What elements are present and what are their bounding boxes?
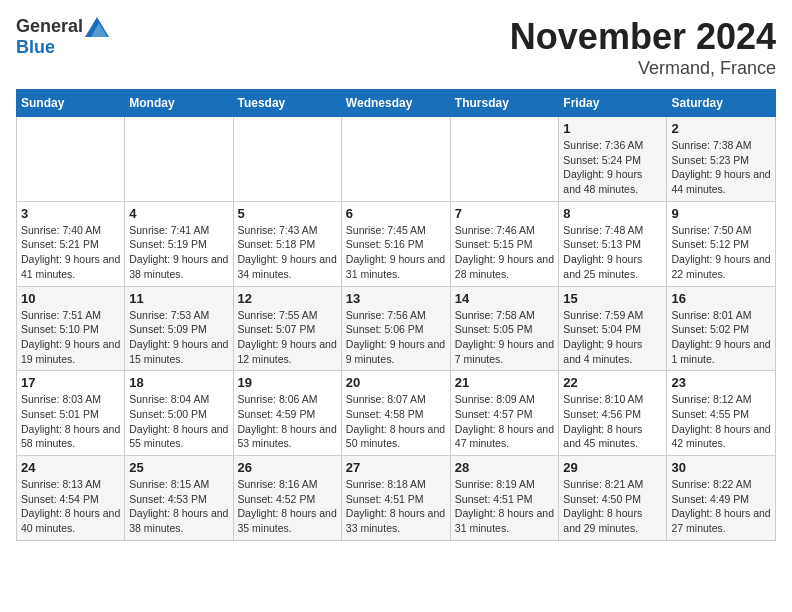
day-cell: 30Sunrise: 8:22 AM Sunset: 4:49 PM Dayli…: [667, 456, 776, 541]
day-cell: 24Sunrise: 8:13 AM Sunset: 4:54 PM Dayli…: [17, 456, 125, 541]
day-cell: 5Sunrise: 7:43 AM Sunset: 5:18 PM Daylig…: [233, 201, 341, 286]
title-block: November 2024 Vermand, France: [510, 16, 776, 79]
day-info: Sunrise: 7:51 AM Sunset: 5:10 PM Dayligh…: [21, 308, 120, 367]
day-info: Sunrise: 7:38 AM Sunset: 5:23 PM Dayligh…: [671, 138, 771, 197]
day-cell: 18Sunrise: 8:04 AM Sunset: 5:00 PM Dayli…: [125, 371, 233, 456]
day-number: 21: [455, 375, 555, 390]
day-cell: [17, 117, 125, 202]
day-number: 24: [21, 460, 120, 475]
location-title: Vermand, France: [510, 58, 776, 79]
day-info: Sunrise: 8:15 AM Sunset: 4:53 PM Dayligh…: [129, 477, 228, 536]
day-number: 6: [346, 206, 446, 221]
weekday-header-tuesday: Tuesday: [233, 90, 341, 117]
day-number: 7: [455, 206, 555, 221]
day-cell: 27Sunrise: 8:18 AM Sunset: 4:51 PM Dayli…: [341, 456, 450, 541]
day-info: Sunrise: 8:21 AM Sunset: 4:50 PM Dayligh…: [563, 477, 662, 536]
day-cell: 13Sunrise: 7:56 AM Sunset: 5:06 PM Dayli…: [341, 286, 450, 371]
day-number: 11: [129, 291, 228, 306]
weekday-header-sunday: Sunday: [17, 90, 125, 117]
day-info: Sunrise: 7:45 AM Sunset: 5:16 PM Dayligh…: [346, 223, 446, 282]
day-info: Sunrise: 8:13 AM Sunset: 4:54 PM Dayligh…: [21, 477, 120, 536]
week-row-3: 10Sunrise: 7:51 AM Sunset: 5:10 PM Dayli…: [17, 286, 776, 371]
day-info: Sunrise: 7:43 AM Sunset: 5:18 PM Dayligh…: [238, 223, 337, 282]
day-number: 10: [21, 291, 120, 306]
day-number: 13: [346, 291, 446, 306]
day-cell: [125, 117, 233, 202]
day-number: 9: [671, 206, 771, 221]
day-cell: 8Sunrise: 7:48 AM Sunset: 5:13 PM Daylig…: [559, 201, 667, 286]
day-cell: 11Sunrise: 7:53 AM Sunset: 5:09 PM Dayli…: [125, 286, 233, 371]
day-cell: 19Sunrise: 8:06 AM Sunset: 4:59 PM Dayli…: [233, 371, 341, 456]
day-number: 18: [129, 375, 228, 390]
day-info: Sunrise: 8:01 AM Sunset: 5:02 PM Dayligh…: [671, 308, 771, 367]
day-info: Sunrise: 7:59 AM Sunset: 5:04 PM Dayligh…: [563, 308, 662, 367]
day-cell: 21Sunrise: 8:09 AM Sunset: 4:57 PM Dayli…: [450, 371, 559, 456]
day-info: Sunrise: 8:04 AM Sunset: 5:00 PM Dayligh…: [129, 392, 228, 451]
day-number: 3: [21, 206, 120, 221]
day-cell: 2Sunrise: 7:38 AM Sunset: 5:23 PM Daylig…: [667, 117, 776, 202]
day-info: Sunrise: 8:12 AM Sunset: 4:55 PM Dayligh…: [671, 392, 771, 451]
day-number: 14: [455, 291, 555, 306]
month-title: November 2024: [510, 16, 776, 58]
day-number: 16: [671, 291, 771, 306]
day-info: Sunrise: 7:58 AM Sunset: 5:05 PM Dayligh…: [455, 308, 555, 367]
day-info: Sunrise: 7:36 AM Sunset: 5:24 PM Dayligh…: [563, 138, 662, 197]
day-cell: 26Sunrise: 8:16 AM Sunset: 4:52 PM Dayli…: [233, 456, 341, 541]
day-cell: 17Sunrise: 8:03 AM Sunset: 5:01 PM Dayli…: [17, 371, 125, 456]
day-cell: 29Sunrise: 8:21 AM Sunset: 4:50 PM Dayli…: [559, 456, 667, 541]
day-cell: [233, 117, 341, 202]
day-cell: 14Sunrise: 7:58 AM Sunset: 5:05 PM Dayli…: [450, 286, 559, 371]
day-cell: 6Sunrise: 7:45 AM Sunset: 5:16 PM Daylig…: [341, 201, 450, 286]
week-row-5: 24Sunrise: 8:13 AM Sunset: 4:54 PM Dayli…: [17, 456, 776, 541]
day-number: 17: [21, 375, 120, 390]
day-cell: 9Sunrise: 7:50 AM Sunset: 5:12 PM Daylig…: [667, 201, 776, 286]
day-number: 20: [346, 375, 446, 390]
day-info: Sunrise: 7:53 AM Sunset: 5:09 PM Dayligh…: [129, 308, 228, 367]
day-number: 30: [671, 460, 771, 475]
day-info: Sunrise: 7:56 AM Sunset: 5:06 PM Dayligh…: [346, 308, 446, 367]
day-number: 4: [129, 206, 228, 221]
weekday-header-wednesday: Wednesday: [341, 90, 450, 117]
day-number: 12: [238, 291, 337, 306]
week-row-4: 17Sunrise: 8:03 AM Sunset: 5:01 PM Dayli…: [17, 371, 776, 456]
day-cell: 12Sunrise: 7:55 AM Sunset: 5:07 PM Dayli…: [233, 286, 341, 371]
day-info: Sunrise: 8:09 AM Sunset: 4:57 PM Dayligh…: [455, 392, 555, 451]
day-info: Sunrise: 7:50 AM Sunset: 5:12 PM Dayligh…: [671, 223, 771, 282]
logo-blue-text: Blue: [16, 37, 55, 58]
day-cell: 16Sunrise: 8:01 AM Sunset: 5:02 PM Dayli…: [667, 286, 776, 371]
page-header: General Blue November 2024 Vermand, Fran…: [16, 16, 776, 79]
weekday-header-row: SundayMondayTuesdayWednesdayThursdayFrid…: [17, 90, 776, 117]
day-number: 25: [129, 460, 228, 475]
logo-icon: [85, 17, 109, 37]
logo: General Blue: [16, 16, 109, 58]
day-info: Sunrise: 8:03 AM Sunset: 5:01 PM Dayligh…: [21, 392, 120, 451]
day-info: Sunrise: 8:16 AM Sunset: 4:52 PM Dayligh…: [238, 477, 337, 536]
day-info: Sunrise: 8:18 AM Sunset: 4:51 PM Dayligh…: [346, 477, 446, 536]
day-info: Sunrise: 8:22 AM Sunset: 4:49 PM Dayligh…: [671, 477, 771, 536]
day-cell: 1Sunrise: 7:36 AM Sunset: 5:24 PM Daylig…: [559, 117, 667, 202]
day-number: 28: [455, 460, 555, 475]
day-cell: [341, 117, 450, 202]
day-info: Sunrise: 8:06 AM Sunset: 4:59 PM Dayligh…: [238, 392, 337, 451]
day-cell: 4Sunrise: 7:41 AM Sunset: 5:19 PM Daylig…: [125, 201, 233, 286]
day-number: 1: [563, 121, 662, 136]
day-number: 26: [238, 460, 337, 475]
day-info: Sunrise: 7:55 AM Sunset: 5:07 PM Dayligh…: [238, 308, 337, 367]
week-row-2: 3Sunrise: 7:40 AM Sunset: 5:21 PM Daylig…: [17, 201, 776, 286]
day-number: 23: [671, 375, 771, 390]
day-info: Sunrise: 7:46 AM Sunset: 5:15 PM Dayligh…: [455, 223, 555, 282]
weekday-header-friday: Friday: [559, 90, 667, 117]
day-number: 2: [671, 121, 771, 136]
calendar-table: SundayMondayTuesdayWednesdayThursdayFrid…: [16, 89, 776, 541]
weekday-header-thursday: Thursday: [450, 90, 559, 117]
day-number: 27: [346, 460, 446, 475]
day-cell: 25Sunrise: 8:15 AM Sunset: 4:53 PM Dayli…: [125, 456, 233, 541]
day-number: 19: [238, 375, 337, 390]
day-cell: 15Sunrise: 7:59 AM Sunset: 5:04 PM Dayli…: [559, 286, 667, 371]
day-number: 15: [563, 291, 662, 306]
day-cell: [450, 117, 559, 202]
day-number: 8: [563, 206, 662, 221]
day-number: 29: [563, 460, 662, 475]
day-cell: 10Sunrise: 7:51 AM Sunset: 5:10 PM Dayli…: [17, 286, 125, 371]
day-number: 22: [563, 375, 662, 390]
